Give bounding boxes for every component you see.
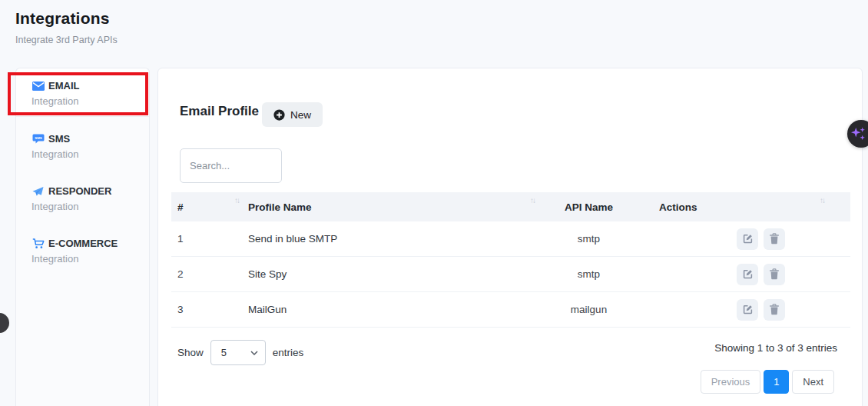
edit-icon — [742, 268, 754, 280]
sidebar-item-label: RESPONDER — [48, 185, 111, 197]
integrations-page: Integrations Integrate 3rd Party APIs EM… — [0, 0, 868, 406]
sidebar-item-label: SMS — [48, 133, 70, 145]
previous-page-button[interactable]: Previous — [701, 370, 761, 394]
svg-text:SMS: SMS — [35, 135, 42, 139]
profile-name-cell: Send in blue SMTP — [240, 233, 539, 245]
column-header-api-name[interactable]: API Name — [539, 192, 638, 221]
profile-name-cell: MailGun — [240, 304, 539, 315]
integrations-sidebar: EMAIL Integration SMS SMS Integration RE… — [15, 68, 150, 406]
sort-icon: ↑↓ — [820, 196, 824, 205]
sidebar-item-responder[interactable]: RESPONDER Integration — [16, 176, 149, 221]
actions-cell — [638, 264, 850, 285]
next-page-button[interactable]: Next — [792, 370, 834, 394]
envelope-icon — [31, 82, 45, 91]
plus-circle-icon — [273, 109, 285, 121]
table-row: 1 Send in blue SMTP smtp — [171, 221, 850, 257]
profile-name-cell: Site Spy — [240, 268, 539, 280]
table-header-row: # ↑↓ Profile Name ↑↓ API Name Actions ↑↓ — [171, 192, 850, 221]
trash-icon — [769, 304, 780, 315]
edit-button[interactable] — [737, 228, 758, 250]
email-profiles-table: # ↑↓ Profile Name ↑↓ API Name Actions ↑↓… — [171, 192, 850, 328]
trash-icon — [769, 268, 780, 280]
sort-icon: ↑↓ — [234, 196, 239, 205]
api-name-cell: smtp — [539, 233, 638, 245]
sms-bubble-icon: SMS — [31, 134, 45, 145]
delete-button[interactable] — [764, 264, 785, 285]
sidebar-item-sublabel: Integration — [31, 201, 134, 212]
sidebar-item-ecommerce[interactable]: E-COMMERCE Integration — [16, 228, 149, 274]
sidebar-item-sublabel: Integration — [31, 253, 134, 265]
row-number: 1 — [171, 233, 240, 245]
column-header-number[interactable]: # ↑↓ — [171, 192, 240, 221]
side-panel-handle[interactable] — [0, 313, 9, 333]
actions-cell — [638, 299, 850, 321]
page-size-control: Show 5 entries — [177, 340, 303, 365]
page-subtitle: Integrate 3rd Party APIs — [15, 35, 118, 45]
sidebar-item-sublabel: Integration — [31, 148, 134, 160]
page-title: Integrations — [15, 9, 118, 28]
page-header: Integrations Integrate 3rd Party APIs — [15, 9, 118, 45]
edit-button[interactable] — [737, 299, 758, 321]
page-size-value: 5 — [221, 347, 227, 358]
trash-icon — [769, 233, 780, 245]
current-page-button[interactable]: 1 — [764, 370, 789, 394]
edit-icon — [742, 304, 754, 315]
column-header-actions[interactable]: Actions ↑↓ — [638, 192, 850, 221]
section-title: Email Profile — [180, 104, 259, 119]
sidebar-item-sms[interactable]: SMS SMS Integration — [16, 124, 149, 169]
sidebar-item-label: EMAIL — [48, 80, 79, 92]
edit-icon — [742, 233, 754, 245]
email-profile-card: Email Profile New # ↑↓ Profile Name ↑↓ A… — [157, 68, 863, 406]
table-row: 3 MailGun mailgun — [171, 292, 850, 328]
api-name-cell: smtp — [539, 268, 638, 280]
shopping-cart-icon — [31, 238, 45, 249]
row-number: 3 — [171, 304, 240, 315]
new-button[interactable]: New — [262, 102, 323, 127]
sparkles-icon — [850, 125, 866, 142]
sidebar-item-sublabel: Integration — [31, 95, 134, 107]
delete-button[interactable] — [764, 228, 785, 250]
pagination: Previous 1 Next — [701, 370, 834, 394]
entries-label: entries — [273, 347, 304, 358]
entries-summary: Showing 1 to 3 of 3 entries — [714, 342, 837, 354]
sidebar-item-email[interactable]: EMAIL Integration — [16, 68, 149, 117]
edit-button[interactable] — [737, 264, 758, 285]
paper-plane-icon — [31, 186, 45, 197]
search-input[interactable] — [180, 148, 282, 183]
sidebar-item-label: E-COMMERCE — [48, 238, 118, 249]
table-row: 2 Site Spy smtp — [171, 257, 850, 292]
row-number: 2 — [171, 268, 240, 280]
column-header-profile-name[interactable]: Profile Name ↑↓ — [240, 192, 539, 221]
show-label: Show — [177, 347, 204, 358]
new-button-label: New — [290, 109, 311, 121]
actions-cell — [638, 228, 850, 250]
delete-button[interactable] — [764, 299, 785, 321]
api-name-cell: mailgun — [539, 304, 638, 315]
page-size-select[interactable]: 5 — [210, 340, 266, 365]
sort-icon: ↑↓ — [530, 196, 535, 205]
chevron-down-icon — [250, 351, 258, 355]
